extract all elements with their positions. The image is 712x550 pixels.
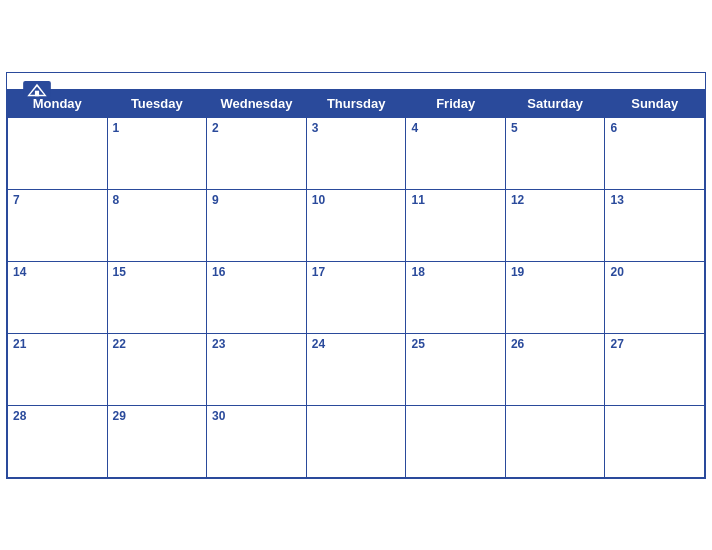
day-cell: 22 <box>107 333 207 405</box>
day-number: 9 <box>212 193 301 207</box>
weekday-header-row: MondayTuesdayWednesdayThursdayFridaySatu… <box>8 89 705 117</box>
calendar-header <box>7 73 705 89</box>
day-number: 20 <box>610 265 699 279</box>
day-cell <box>605 405 705 477</box>
day-cell: 9 <box>207 189 307 261</box>
week-row-1: 123456 <box>8 117 705 189</box>
day-number: 18 <box>411 265 499 279</box>
day-cell: 10 <box>306 189 406 261</box>
day-cell: 23 <box>207 333 307 405</box>
day-number: 5 <box>511 121 600 135</box>
week-row-3: 14151617181920 <box>8 261 705 333</box>
day-cell: 14 <box>8 261 108 333</box>
day-number: 6 <box>610 121 699 135</box>
svg-rect-3 <box>35 90 39 96</box>
calendar: MondayTuesdayWednesdayThursdayFridaySatu… <box>6 72 706 479</box>
day-number: 27 <box>610 337 699 351</box>
day-cell: 2 <box>207 117 307 189</box>
day-number: 17 <box>312 265 401 279</box>
day-cell: 29 <box>107 405 207 477</box>
day-number: 8 <box>113 193 202 207</box>
day-number: 26 <box>511 337 600 351</box>
week-row-4: 21222324252627 <box>8 333 705 405</box>
day-number: 22 <box>113 337 202 351</box>
day-number: 29 <box>113 409 202 423</box>
day-number: 1 <box>113 121 202 135</box>
day-cell: 12 <box>505 189 605 261</box>
day-cell: 13 <box>605 189 705 261</box>
day-cell <box>306 405 406 477</box>
day-cell: 27 <box>605 333 705 405</box>
day-number: 13 <box>610 193 699 207</box>
day-number: 23 <box>212 337 301 351</box>
weekday-tuesday: Tuesday <box>107 89 207 117</box>
day-cell: 4 <box>406 117 505 189</box>
weekday-saturday: Saturday <box>505 89 605 117</box>
day-cell: 15 <box>107 261 207 333</box>
day-number: 4 <box>411 121 499 135</box>
day-number: 16 <box>212 265 301 279</box>
day-cell: 30 <box>207 405 307 477</box>
week-row-5: 282930 <box>8 405 705 477</box>
day-cell <box>505 405 605 477</box>
day-cell: 6 <box>605 117 705 189</box>
day-number: 2 <box>212 121 301 135</box>
day-cell <box>406 405 505 477</box>
logo-icon <box>23 81 51 99</box>
day-number: 7 <box>13 193 102 207</box>
day-cell: 3 <box>306 117 406 189</box>
day-number: 14 <box>13 265 102 279</box>
day-cell: 17 <box>306 261 406 333</box>
day-number: 28 <box>13 409 102 423</box>
day-cell: 16 <box>207 261 307 333</box>
day-number: 3 <box>312 121 401 135</box>
day-cell: 28 <box>8 405 108 477</box>
weekday-wednesday: Wednesday <box>207 89 307 117</box>
weekday-sunday: Sunday <box>605 89 705 117</box>
day-number: 12 <box>511 193 600 207</box>
day-number: 25 <box>411 337 499 351</box>
day-cell: 1 <box>107 117 207 189</box>
day-cell: 19 <box>505 261 605 333</box>
day-cell: 24 <box>306 333 406 405</box>
day-cell <box>8 117 108 189</box>
day-cell: 7 <box>8 189 108 261</box>
day-cell: 11 <box>406 189 505 261</box>
day-number: 30 <box>212 409 301 423</box>
day-number: 11 <box>411 193 499 207</box>
day-number: 19 <box>511 265 600 279</box>
day-cell: 25 <box>406 333 505 405</box>
day-cell: 21 <box>8 333 108 405</box>
day-cell: 5 <box>505 117 605 189</box>
logo <box>23 81 51 101</box>
day-cell: 26 <box>505 333 605 405</box>
calendar-table: MondayTuesdayWednesdayThursdayFridaySatu… <box>7 89 705 478</box>
day-number: 15 <box>113 265 202 279</box>
day-number: 21 <box>13 337 102 351</box>
day-number: 24 <box>312 337 401 351</box>
weekday-thursday: Thursday <box>306 89 406 117</box>
weekday-friday: Friday <box>406 89 505 117</box>
day-cell: 20 <box>605 261 705 333</box>
week-row-2: 78910111213 <box>8 189 705 261</box>
day-number: 10 <box>312 193 401 207</box>
day-cell: 8 <box>107 189 207 261</box>
day-cell: 18 <box>406 261 505 333</box>
